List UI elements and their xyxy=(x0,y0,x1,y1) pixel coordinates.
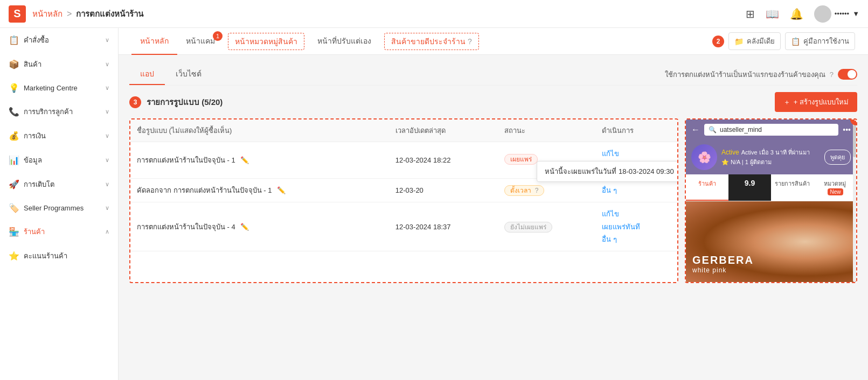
sub-tab-right: ใช้การตกแต่งหน้าร้านเป็นหน้าแรกของร้านค้… xyxy=(665,69,857,80)
tab-custom[interactable]: หน้าที่ปรับแต่เอง xyxy=(309,28,380,55)
breadcrumb: หน้าหลัก > การตกแต่งหน้าร้าน xyxy=(32,8,143,20)
table-scroll[interactable]: ชื่อรูปแบบ (ไม่แสดงให้ผู้ซื้อเห็น) เวลาอ… xyxy=(130,119,677,251)
nav-shop[interactable]: ร้านค้า xyxy=(686,174,728,201)
action-more-link[interactable]: อื่น ๆ xyxy=(602,233,671,245)
breadcrumb-current: การตกแต่งหน้าร้าน xyxy=(76,8,143,20)
sidebar-item-data[interactable]: 📊 ข้อมูล ∨ xyxy=(0,148,118,172)
sub-tab-website[interactable]: เว็บไซต์ xyxy=(165,64,212,85)
template-name: การตกแต่งหน้าร้านในปัจจุบัน - 4 ✏️ xyxy=(130,202,389,251)
preview-flower-image: GERBERA white pink xyxy=(686,201,856,282)
sidebar-item-seller-programmes[interactable]: 🏷️ Seller Programmes ∨ xyxy=(0,196,118,220)
sidebar-item-shop[interactable]: 🏪 ร้านค้า ∧ xyxy=(0,220,118,244)
edit-icon[interactable]: ✏️ xyxy=(240,223,249,231)
sidebar-item-products[interactable]: 📦 สินค้า ∨ xyxy=(0,52,118,76)
help-icon[interactable]: ? xyxy=(468,37,472,46)
edit-icon[interactable]: ✏️ xyxy=(240,156,249,164)
sidebar-item-label: ร้านค้า xyxy=(24,226,45,237)
template-title: รายการรูปแบบ (5/20) xyxy=(147,96,223,109)
folder-icon: 📁 xyxy=(734,37,744,46)
sidebar-item-shop-rating[interactable]: ⭐ คะแนนร้านค้า xyxy=(0,244,118,268)
template-table-wrap: ชื่อรูปแบบ (ไม่แสดงให้ผู้ซื้อเห็น) เวลาอ… xyxy=(129,118,678,283)
col-status: สถานะ xyxy=(498,119,595,142)
help-icon[interactable]: ? xyxy=(830,71,834,79)
back-icon[interactable]: ← xyxy=(691,125,700,135)
grid-icon[interactable]: ⊞ xyxy=(746,8,755,20)
profile-info: Active Active เมื่อ 3 นาที ที่ผ่านมา ⭐ N… xyxy=(721,147,820,167)
rating-icon: ⭐ xyxy=(9,251,19,261)
layout: 📋 คำสั่งซื้อ ∨ 📦 สินค้า ∨ 💡 Marketing Ce… xyxy=(0,28,868,380)
template-name: การตกแต่งหน้าร้านในปัจจุบัน - 1 ✏️ xyxy=(130,142,389,179)
breadcrumb-sep: > xyxy=(67,9,72,19)
sidebar: 📋 คำสั่งซื้อ ∨ 📦 สินค้า ∨ 💡 Marketing Ce… xyxy=(0,28,119,380)
user-guide-button[interactable]: 📋 คู่มือการใช้งาน xyxy=(785,32,855,50)
header-user[interactable]: •••••• ▼ xyxy=(814,5,859,23)
growth-icon: 🚀 xyxy=(9,179,19,189)
sidebar-item-label: ข้อมูล xyxy=(24,154,42,166)
scrollbar-thumb xyxy=(853,125,856,157)
action-edit-link[interactable]: แก้ไข xyxy=(602,147,671,160)
sub-tab-app[interactable]: แอป xyxy=(129,64,165,85)
action-edit-link[interactable]: แก้ไข xyxy=(602,208,671,220)
action-more-link[interactable]: อื่น ๆ xyxy=(602,184,671,196)
chevron-icon: ∧ xyxy=(105,228,109,235)
sidebar-item-customer-service[interactable]: 📞 การบริการลูกค้า ∨ xyxy=(0,100,118,124)
book-icon[interactable]: 📖 xyxy=(766,8,779,20)
more-icon[interactable]: ••• xyxy=(843,125,851,134)
tab-campaign[interactable]: หน้าแคม 1 xyxy=(177,28,224,55)
tab-home[interactable]: หน้าหลัก xyxy=(131,28,177,55)
template-status: ยังไม่เผยแพร่ xyxy=(498,202,595,251)
preview-search-bar: 🔍 uatseller_mind xyxy=(704,124,838,136)
preview-scrollbar[interactable] xyxy=(853,119,856,282)
status-unpublished-badge: ยังไม่เผยแพร่ xyxy=(504,222,552,233)
sidebar-item-orders[interactable]: 📋 คำสั่งซื้อ ∨ xyxy=(0,28,118,52)
guide-icon: 📋 xyxy=(791,37,800,46)
template-status: เผยแพร่ หน้านี้จะเผยแพร่ในวันที่ 18-03-2… xyxy=(498,142,595,179)
toggle-label: ใช้การตกแต่งหน้าร้านเป็นหน้าแรกของร้านค้… xyxy=(665,69,825,80)
sidebar-item-growth[interactable]: 🚀 การเติบโต ∨ xyxy=(0,172,118,196)
breadcrumb-home[interactable]: หน้าหลัก xyxy=(32,8,63,20)
nav-sale[interactable]: 9.9 xyxy=(728,174,771,201)
sidebar-item-label: การเงิน xyxy=(24,130,46,142)
chevron-icon: ∨ xyxy=(105,61,109,68)
sidebar-item-label: สินค้า xyxy=(24,59,41,70)
template-updated: 12-03-2024 18:22 xyxy=(389,142,498,179)
tab-bestseller[interactable]: สินค้าขายดีประจำร้าน ? xyxy=(384,33,479,50)
customer-service-icon: 📞 xyxy=(9,107,19,117)
flower-title: GERBERA xyxy=(692,254,754,266)
nav-category[interactable]: หมวดหมู่ New xyxy=(814,174,856,201)
create-template-button[interactable]: ＋ + สร้างรูปแบบใหม่ xyxy=(775,92,857,112)
avatar xyxy=(814,5,831,23)
toggle-switch[interactable] xyxy=(838,69,857,80)
preview-profile: 🌸 Active Active เมื่อ 3 นาที ที่ผ่านมา ⭐… xyxy=(686,140,856,174)
nav-products[interactable]: รายการสินค้า xyxy=(771,174,814,201)
bell-icon[interactable]: 🔔 xyxy=(790,8,803,20)
top-header: S หน้าหลัก > การตกแต่งหน้าร้าน ⊞ 📖 🔔 •••… xyxy=(0,0,868,28)
chevron-icon: ∨ xyxy=(105,108,109,115)
plus-icon: ＋ xyxy=(783,97,790,107)
edit-icon[interactable]: ✏️ xyxy=(277,186,286,194)
chevron-icon: ∨ xyxy=(105,181,109,188)
sidebar-item-label: การเติบโต xyxy=(24,179,54,190)
tooltip-box: หน้านี้จะเผยแพร่ในวันที่ 18-03-2024 09:3… xyxy=(537,161,677,182)
chevron-icon: ∨ xyxy=(105,85,109,92)
callout-badge-2: 2 xyxy=(712,36,724,47)
status-published-badge: เผยแพร่ xyxy=(504,154,538,165)
finance-icon: 💰 xyxy=(9,131,19,141)
callout-badge-3: 3 xyxy=(129,96,141,108)
data-icon: 📊 xyxy=(9,155,19,165)
media-library-button[interactable]: 📁 คลังมีเดีย xyxy=(728,32,781,50)
tab-category[interactable]: หน้าหมวดหมู่สินค้า xyxy=(228,33,304,50)
orders-icon: 📋 xyxy=(9,35,19,45)
marketing-icon: 💡 xyxy=(9,83,19,93)
sidebar-item-finance[interactable]: 💰 การเงิน ∨ xyxy=(0,124,118,148)
table-row: การตกแต่งหน้าร้านในปัจจุบัน - 1 ✏️ 12-03… xyxy=(130,142,677,179)
sidebar-item-marketing[interactable]: 💡 Marketing Centre ∨ xyxy=(0,76,118,100)
help-icon[interactable]: ? xyxy=(535,187,539,194)
chat-button[interactable]: พูดคุย xyxy=(824,150,851,165)
action-publish-link[interactable]: เผยแพร่ทันที xyxy=(602,221,671,233)
status-schedule-badge[interactable]: ตั้งเวลา ? xyxy=(504,185,544,196)
chevron-icon: ∨ xyxy=(105,132,109,139)
preview-header: ← 🔍 uatseller_mind ••• xyxy=(686,119,856,140)
tab-actions: 2 📁 คลังมีเดีย 📋 คู่มือการใช้งาน xyxy=(712,32,855,50)
template-name: คัดลอกจาก การตกแต่งหน้าร้านในปัจจุบัน - … xyxy=(130,178,389,202)
